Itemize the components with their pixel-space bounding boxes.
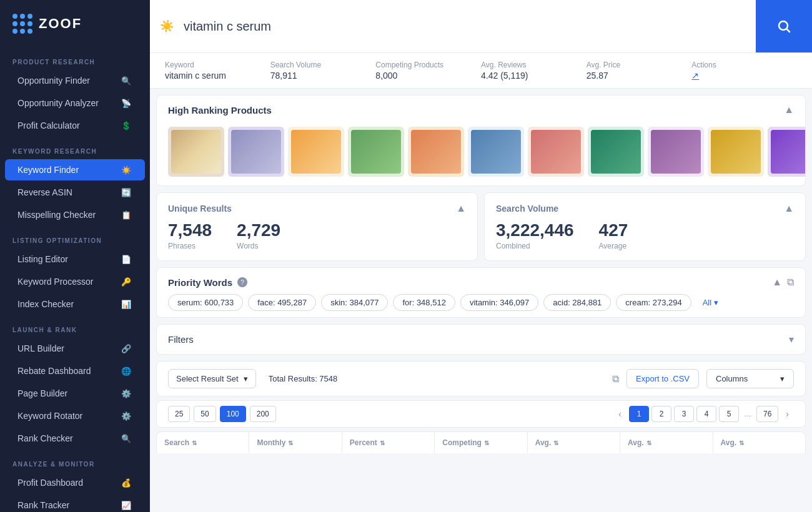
section-label-launch-rank: LAUNCH & RANK	[0, 315, 150, 337]
stat-avg-reviews-label: Avg. Reviews	[481, 61, 587, 69]
per-page-50[interactable]: 50	[194, 406, 215, 422]
stat-competing-products: Competing Products 8,000	[375, 61, 481, 81]
page-last[interactable]: 76	[756, 406, 778, 422]
priority-tags: serum: 600,733 face: 495,287 skin: 384,0…	[157, 294, 805, 317]
profit-calculator-icon: 💲	[120, 121, 132, 130]
page-5[interactable]: 5	[719, 406, 739, 422]
product-thumb[interactable]	[228, 127, 284, 177]
section-label-keyword-research: KEYWORD RESEARCH	[0, 137, 150, 159]
priority-tag-for[interactable]: for: 348,512	[393, 294, 455, 311]
sidebar-item-page-builder[interactable]: Page Builder ⚙️	[5, 383, 145, 404]
sidebar-item-opportunity-analyzer[interactable]: Opportunity Analyzer 📡	[5, 92, 145, 114]
th-avg3[interactable]: Avg. ⇅	[713, 432, 805, 453]
prev-page-arrow[interactable]: ‹	[613, 406, 626, 422]
filters-chevron[interactable]: ▾	[789, 333, 794, 345]
sidebar-item-keyword-rotator[interactable]: Keyword Rotator ⚙️	[5, 405, 145, 426]
sidebar-item-keyword-processor[interactable]: Keyword Processor 🔑	[5, 271, 145, 292]
combined-num: 3,222,446	[496, 220, 574, 240]
sidebar-item-label: Opportunity Finder	[17, 76, 90, 86]
sidebar-item-rank-tracker[interactable]: Rank Tracker 📈	[5, 495, 145, 512]
products-row	[157, 124, 805, 185]
columns-dropdown[interactable]: Columns ▾	[706, 369, 794, 388]
copy-priority-icon[interactable]: ⧉	[787, 277, 794, 288]
actions-link[interactable]: ↗	[691, 71, 699, 81]
high-ranking-chevron[interactable]: ▲	[784, 104, 794, 116]
stat-keyword-value: vitamin c serum	[165, 71, 270, 81]
listing-editor-icon: 📄	[120, 255, 132, 264]
stat-avg-price-value: 25.87	[587, 71, 692, 81]
sidebar-item-label: Rank Checker	[17, 433, 73, 443]
sidebar-item-keyword-finder[interactable]: Keyword Finder ☀️	[5, 159, 145, 180]
product-thumb[interactable]	[648, 127, 704, 177]
reverse-asin-icon: 🔄	[120, 188, 132, 197]
page-builder-icon: ⚙️	[120, 389, 132, 398]
per-page-25[interactable]: 25	[168, 406, 190, 422]
sidebar-item-url-builder[interactable]: URL Builder 🔗	[5, 338, 145, 359]
search-volume-card-title: Search Volume	[496, 204, 558, 214]
info-icon[interactable]: ?	[237, 277, 247, 287]
product-thumb[interactable]	[288, 127, 344, 177]
stat-actions-label: Actions	[691, 61, 797, 69]
product-thumb[interactable]	[168, 127, 224, 177]
sidebar-item-profit-dashboard[interactable]: Profit Dashboard 💰	[5, 472, 145, 493]
search-button[interactable]	[756, 0, 812, 52]
sidebar-item-rebate-dashboard[interactable]: Rebate Dashboard 🌐	[5, 360, 145, 382]
priority-tag-cream[interactable]: cream: 273,294	[616, 294, 691, 311]
sidebar-item-misspelling-checker[interactable]: Misspelling Checker 📋	[5, 204, 145, 225]
priority-chevron[interactable]: ▲	[772, 277, 782, 288]
search-bar: ☀️	[150, 0, 812, 53]
product-thumb[interactable]	[348, 127, 404, 177]
th-search[interactable]: Search ⇅	[157, 432, 249, 453]
stat-search-volume-value: 78,911	[270, 71, 376, 81]
th-monthly[interactable]: Monthly ⇅	[249, 432, 342, 453]
logo-icon	[12, 14, 32, 34]
priority-tag-acid[interactable]: acid: 284,881	[543, 294, 611, 311]
product-thumb[interactable]	[528, 127, 584, 177]
product-thumb[interactable]	[468, 127, 524, 177]
per-page-200[interactable]: 200	[250, 406, 276, 422]
product-thumb[interactable]	[708, 127, 764, 177]
keyword-processor-icon: 🔑	[120, 277, 132, 287]
words-block: 2,729 Words	[237, 220, 280, 250]
th-competing[interactable]: Competing ⇅	[435, 432, 527, 453]
sidebar-item-profit-calculator[interactable]: Profit Calculator 💲	[5, 115, 145, 136]
page-2[interactable]: 2	[651, 406, 671, 422]
th-avg2[interactable]: Avg. ⇅	[620, 432, 713, 453]
th-avg1[interactable]: Avg. ⇅	[528, 432, 620, 453]
priority-tag-serum[interactable]: serum: 600,733	[168, 294, 243, 311]
sidebar-item-listing-editor[interactable]: Listing Editor 📄	[5, 249, 145, 270]
select-result-set-dropdown[interactable]: Select Result Set ▾	[168, 369, 256, 388]
sidebar-item-label: URL Builder	[17, 343, 64, 353]
url-builder-icon: 🔗	[120, 344, 132, 353]
search-input[interactable]	[184, 8, 756, 45]
page-3[interactable]: 3	[674, 406, 694, 422]
dropdown-chevron-icon: ▾	[244, 374, 248, 383]
average-label: Average	[599, 242, 628, 250]
sidebar-item-label: Keyword Rotator	[17, 411, 82, 421]
product-thumb[interactable]	[588, 127, 644, 177]
words-num: 2,729	[237, 220, 280, 240]
index-checker-icon: 📊	[120, 300, 132, 309]
sidebar-item-reverse-asin[interactable]: Reverse ASIN 🔄	[5, 182, 145, 203]
product-thumb[interactable]	[408, 127, 464, 177]
product-thumb[interactable]	[768, 127, 805, 177]
page-1[interactable]: 1	[629, 406, 649, 422]
stat-avg-reviews: Avg. Reviews 4.42 (5,119)	[481, 61, 587, 81]
sidebar-item-index-checker[interactable]: Index Checker 📊	[5, 293, 145, 315]
sidebar-item-opportunity-finder[interactable]: Opportunity Finder 🔍	[5, 70, 145, 91]
priority-tag-vitamin[interactable]: vitamin: 346,097	[460, 294, 538, 311]
search-volume-chevron[interactable]: ▲	[784, 203, 794, 214]
page-4[interactable]: 4	[696, 406, 716, 422]
copy-results-icon[interactable]: ⧉	[612, 373, 619, 385]
th-percent[interactable]: Percent ⇅	[342, 432, 435, 453]
export-csv-button[interactable]: Export to .CSV	[626, 369, 699, 388]
total-results: Total Results: 7548	[269, 374, 605, 383]
priority-tag-skin[interactable]: skin: 384,077	[321, 294, 388, 311]
per-page-100[interactable]: 100	[220, 406, 246, 422]
next-page-arrow[interactable]: ›	[781, 406, 794, 422]
sidebar-item-rank-checker[interactable]: Rank Checker 🔍	[5, 428, 145, 449]
priority-tag-face[interactable]: face: 495,287	[248, 294, 316, 311]
unique-results-chevron[interactable]: ▲	[456, 203, 466, 214]
all-button[interactable]: All ▾	[696, 295, 725, 310]
table-header: Search ⇅ Monthly ⇅ Percent ⇅ Competing ⇅…	[156, 431, 806, 453]
